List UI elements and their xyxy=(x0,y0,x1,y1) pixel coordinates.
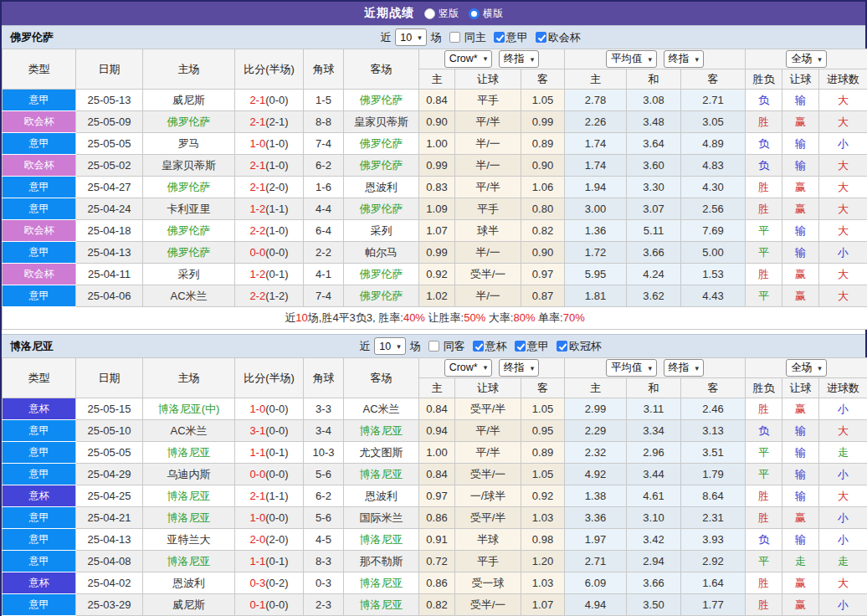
summary-row: 近10场,胜4平3负3, 胜率:40% 让胜率:50% 大率:80% 单率:70… xyxy=(3,307,867,330)
avg-home: 1.74 xyxy=(565,155,627,177)
odds-provider-select[interactable]: Crow*▾ xyxy=(444,359,493,377)
recent-count-select[interactable]: 10 ▾ xyxy=(395,28,426,46)
match-date: 25-04-27 xyxy=(76,177,143,198)
odds-handicap: 受平/半 xyxy=(455,507,521,529)
section-bologna: 博洛尼亚 近 10 ▾ 场 同客 意杯 意 xyxy=(2,334,865,616)
home-team: 罗马 xyxy=(143,133,235,155)
home-team: 威尼斯 xyxy=(143,594,235,616)
match-score: 0-3(0-2) xyxy=(235,572,304,594)
corner-count: 6-2 xyxy=(304,155,344,177)
radio-icon[interactable] xyxy=(469,8,480,19)
recent-count-select[interactable]: 10 ▾ xyxy=(374,337,405,355)
corner-count: 4-4 xyxy=(304,198,344,220)
home-team: 采列 xyxy=(143,264,235,285)
avg-draw: 3.44 xyxy=(627,464,681,485)
avg-draw: 3.64 xyxy=(627,133,681,155)
avg-away: 3.51 xyxy=(681,442,746,464)
home-team: 亚特兰大 xyxy=(143,529,235,551)
same-venue-label: 同主 xyxy=(464,30,486,45)
match-date: 25-04-29 xyxy=(76,464,143,485)
col-header-result: 胜负 xyxy=(746,69,782,90)
avg-home: 6.09 xyxy=(565,572,627,594)
avg-draw: 3.08 xyxy=(627,90,681,111)
avg-away: 3.93 xyxy=(681,529,746,551)
odds-provider-select[interactable]: Crow*▾ xyxy=(444,50,493,68)
recent-results-panel: 近期战绩 竖版 横版 佛罗伦萨 近 10 ▾ 场 同主 xyxy=(0,0,867,616)
avg-away: 4.83 xyxy=(681,155,746,177)
league-filter: 欧会杯 xyxy=(531,30,581,45)
avg-away: 1.64 xyxy=(681,572,746,594)
league-badge: 意甲 xyxy=(3,420,76,442)
avg-home: 1.74 xyxy=(565,133,627,155)
league-checkbox[interactable] xyxy=(557,341,567,352)
away-team: 佛罗伦萨 xyxy=(344,264,419,285)
section-fiorentina: 佛罗伦萨 近 10 ▾ 场 同主 意甲 欧 xyxy=(2,25,865,330)
odds-home: 1.00 xyxy=(419,442,455,464)
league-badge: 意甲 xyxy=(3,285,76,307)
league-checkbox[interactable] xyxy=(473,341,484,352)
same-venue-checkbox[interactable] xyxy=(428,341,439,352)
match-date: 25-05-05 xyxy=(76,133,143,155)
match-score: 2-2(1-0) xyxy=(235,220,304,242)
league-checkbox[interactable] xyxy=(515,341,526,352)
league-badge: 意杯 xyxy=(3,485,76,507)
scope-select[interactable]: 全场▾ xyxy=(786,359,827,377)
odds-time-select[interactable]: 终指▾ xyxy=(499,359,540,377)
layout-radio-vertical[interactable]: 竖版 xyxy=(424,7,459,21)
summary-text: 单率: xyxy=(535,311,562,324)
avg-away: 5.00 xyxy=(681,242,746,264)
corner-count: 5-6 xyxy=(304,507,344,529)
avg-draw: 3.11 xyxy=(627,398,681,420)
home-team: 博洛尼亚 xyxy=(143,485,235,507)
odds-handicap: 受半/一 xyxy=(455,264,521,285)
odds-away: 0.90 xyxy=(521,242,565,264)
odds-time-select[interactable]: 终指▾ xyxy=(499,50,540,68)
result-handicap: 赢 xyxy=(782,264,819,285)
radio-icon[interactable] xyxy=(424,8,435,19)
col-header-home: 主场 xyxy=(143,358,235,398)
away-team: 恩波利 xyxy=(344,177,419,198)
same-venue-checkbox[interactable] xyxy=(449,32,460,43)
away-team: 采列 xyxy=(344,220,419,242)
odds-home: 1.00 xyxy=(419,133,455,155)
avg-source-select[interactable]: 平均值▾ xyxy=(606,50,657,68)
league-checkbox[interactable] xyxy=(536,32,546,43)
home-team: 博洛尼亚 xyxy=(143,551,235,572)
avg-home: 1.81 xyxy=(565,285,627,307)
avg-time-select[interactable]: 终指▾ xyxy=(664,50,705,68)
result-goals: 大 xyxy=(819,177,867,198)
league-badge: 意杯 xyxy=(3,398,76,420)
avg-source-select[interactable]: 平均值▾ xyxy=(606,359,657,377)
match-score: 1-2(1-1) xyxy=(235,198,304,220)
odds-away: 0.89 xyxy=(521,133,565,155)
match-score: 3-1(0-0) xyxy=(235,420,304,442)
home-team: 恩波利 xyxy=(143,572,235,594)
odds-handicap: 受半/一 xyxy=(455,464,521,485)
chevron-down-icon: ▾ xyxy=(531,364,535,372)
avg-home: 2.71 xyxy=(565,551,627,572)
avg-time-select[interactable]: 终指▾ xyxy=(664,359,705,377)
match-row: 欧会杯 25-04-11 采列 1-2(0-1) 4-1 佛罗伦萨 0.92 受… xyxy=(3,264,867,285)
corner-count: 4-5 xyxy=(304,529,344,551)
league-checkbox[interactable] xyxy=(494,32,505,43)
match-date: 25-03-29 xyxy=(76,594,143,616)
match-row: 意甲 25-04-13 佛罗伦萨 0-0(0-0) 2-2 帕尔马 0.99 半… xyxy=(3,242,867,264)
match-score: 2-1(0-0) xyxy=(235,90,304,111)
corner-count: 3-3 xyxy=(304,398,344,420)
match-date: 25-05-15 xyxy=(76,398,143,420)
odds-handicap: 半/一 xyxy=(455,285,521,307)
layout-radio-horizontal[interactable]: 横版 xyxy=(469,7,503,21)
league-label: 欧会杯 xyxy=(548,30,581,45)
col-header-avg-draw: 和 xyxy=(627,69,681,90)
odds-home: 0.84 xyxy=(419,90,455,111)
scope-select[interactable]: 全场▾ xyxy=(786,50,827,68)
chevron-down-icon: ▾ xyxy=(531,55,535,64)
match-row: 意甲 25-04-06 AC米兰 2-2(1-2) 7-4 佛罗伦萨 1.02 … xyxy=(3,285,867,307)
odds-away: 1.20 xyxy=(521,551,565,572)
odds-home: 0.94 xyxy=(419,420,455,442)
league-badge: 意甲 xyxy=(3,198,76,220)
summary-text: 近 xyxy=(285,311,295,324)
result-goals: 大 xyxy=(819,420,867,442)
games-label: 场 xyxy=(431,30,442,45)
radio-vertical-label: 竖版 xyxy=(439,7,459,21)
